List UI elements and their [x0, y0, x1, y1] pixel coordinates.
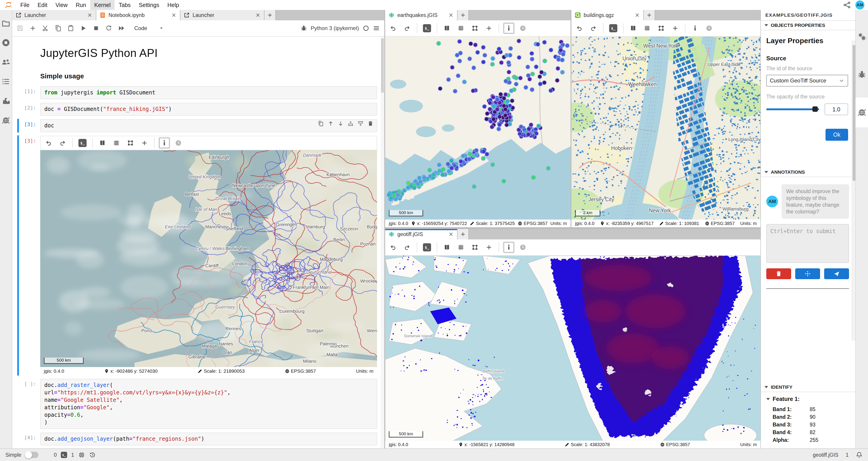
sidebar-scrollbar[interactable] [852, 41, 855, 340]
grid-button[interactable] [456, 23, 466, 33]
grid-button[interactable] [111, 138, 122, 148]
add-layer-button[interactable] [484, 242, 494, 253]
bell-icon[interactable] [856, 452, 863, 458]
close-tab-icon[interactable] [634, 12, 640, 18]
basemap-button[interactable] [442, 242, 452, 253]
code-editor[interactable]: doc.add_geojson_layer(path="france_regio… [40, 432, 377, 446]
sidebar-tab-property-inspector[interactable] [856, 22, 868, 52]
collaboration-icon[interactable] [2, 58, 10, 66]
cell-type-dropdown[interactable]: Code [134, 25, 164, 31]
interrupt-kernel-button[interactable] [93, 25, 99, 32]
redo-button[interactable] [402, 242, 412, 253]
user-avatar[interactable]: AM [855, 0, 864, 9]
notebook-cell[interactable]: JupyterGIS Python API [12, 39, 384, 66]
menu-file[interactable]: File [16, 0, 33, 10]
geotiff-map[interactable]: 500 km Somerset IslandBaffin IslandÎle d… [385, 256, 761, 441]
basemap-button[interactable] [442, 23, 452, 33]
tab-geotiff-jgis[interactable]: geotiff.jGIS [385, 229, 458, 239]
tab-launcher[interactable]: Launcher [12, 10, 96, 20]
slider-handle[interactable] [812, 106, 818, 112]
code-editor[interactable]: doc = GISDocument("france_hiking.jGIS") [40, 103, 377, 116]
close-tab-icon[interactable] [448, 12, 454, 18]
sidebar-tab-debugger[interactable] [856, 60, 868, 90]
copy-cell-button[interactable] [55, 25, 61, 32]
toolbar-menu-icon[interactable] [373, 25, 380, 32]
running-kernels-icon[interactable] [2, 38, 10, 47]
feature-heading[interactable]: Feature 1: [766, 396, 850, 402]
select-button[interactable] [470, 242, 480, 253]
cut-cell-button[interactable] [42, 25, 49, 32]
select-button[interactable] [125, 138, 135, 148]
sidebar-tab-jupytergis[interactable] [856, 98, 868, 127]
notebook-cell[interactable]: [2]:doc = GISDocument("france_hiking.jGI… [12, 101, 384, 118]
earthquakes-map[interactable]: 500 km [385, 37, 570, 220]
delete-annotation-button[interactable] [766, 268, 791, 279]
identify-button[interactable] [504, 23, 514, 33]
new-tab-button[interactable] [458, 229, 469, 239]
jupytergis-panel-icon[interactable] [2, 116, 10, 125]
notebook-cell[interactable]: [4]:doc.add_geojson_layer(path="france_r… [12, 431, 384, 447]
duplicate-cell-button[interactable] [318, 121, 324, 127]
close-tab-icon[interactable] [255, 12, 261, 18]
insert-cell-above-button[interactable] [348, 121, 353, 127]
add-layer-button[interactable] [139, 138, 150, 148]
menu-kernel[interactable]: Kernel [90, 0, 115, 10]
menu-tabs[interactable]: Tabs [115, 0, 135, 10]
basemap-button[interactable] [97, 138, 107, 148]
annotation-input[interactable] [766, 224, 849, 263]
menu-settings[interactable]: Settings [135, 0, 163, 10]
buildings-map[interactable]: 2 km West New YorkUnion CityUpper East S… [571, 37, 761, 220]
ok-button[interactable]: Ok [826, 129, 848, 141]
notebook-cell[interactable]: [3]:$_500 kmEdinburghUnited KingdomNewca… [12, 134, 384, 377]
console-button[interactable]: $_ [608, 23, 618, 33]
debugger-button[interactable] [301, 25, 307, 32]
redo-button[interactable] [588, 23, 598, 33]
run-cell-button[interactable] [80, 25, 87, 32]
tab-launcher[interactable]: Launcher [180, 10, 265, 20]
terminal-icon[interactable]: $_ [61, 452, 67, 458]
move-cell-up-button[interactable] [328, 121, 334, 127]
save-button[interactable] [17, 25, 24, 32]
delete-cell-button[interactable] [368, 121, 373, 127]
annotations-header[interactable]: ANNOTATIONS [761, 168, 855, 177]
add-layer-button[interactable] [670, 23, 680, 33]
close-tab-icon[interactable] [448, 231, 454, 237]
temporal-controller-button[interactable] [704, 23, 714, 33]
redo-button[interactable] [57, 138, 68, 148]
file-browser-icon[interactable] [2, 19, 10, 28]
temporal-controller-button[interactable] [518, 23, 528, 33]
temporal-controller-button[interactable] [173, 138, 184, 148]
tab-earthquakes-jgis[interactable]: earthquakes.jGIS [385, 10, 458, 20]
select-button[interactable] [470, 23, 480, 33]
identify-button[interactable] [159, 138, 169, 148]
code-editor[interactable]: from jupytergis import GISDocument [40, 86, 377, 99]
notebook-cell[interactable]: [ ]:doc.add_raster_layer( url="https://m… [12, 377, 384, 431]
grid-button[interactable] [456, 242, 466, 253]
undo-button[interactable] [43, 138, 54, 148]
identify-button[interactable] [504, 242, 514, 253]
opacity-input[interactable]: 1.0 [825, 103, 848, 115]
menu-edit[interactable]: Edit [33, 0, 51, 10]
select-button[interactable] [656, 23, 666, 33]
extensions-icon[interactable] [2, 97, 10, 105]
identify-header[interactable]: IDENTIFY [761, 383, 855, 392]
undo-button[interactable] [388, 23, 398, 33]
undo-button[interactable] [388, 242, 398, 253]
simple-mode-toggle[interactable] [25, 452, 38, 458]
temporal-controller-button[interactable] [518, 242, 528, 253]
move-cell-down-button[interactable] [338, 121, 344, 127]
source-select[interactable]: Custom GeoTiff Source [766, 75, 848, 87]
notebook-cell[interactable]: [4]:'d1b1b17e-9f69-4b0f-b5b6-3b5aeb0c0df… [12, 447, 384, 448]
history-icon[interactable] [89, 452, 96, 458]
add-cell-button[interactable] [29, 25, 36, 32]
console-button[interactable]: $_ [77, 138, 88, 148]
restart-kernel-button[interactable] [105, 25, 112, 32]
center-annotation-button[interactable] [795, 268, 820, 279]
menu-run[interactable]: Run [72, 0, 90, 10]
console-button[interactable]: $_ [422, 242, 432, 253]
kernel-name[interactable]: Python 3 (ipykernel) [311, 25, 359, 31]
france-map[interactable]: 500 kmEdinburghUnited KingdomNewcastle u… [40, 150, 377, 367]
code-editor[interactable]: doc.add_raster_layer( url="https://mt1.g… [40, 379, 377, 429]
submit-annotation-button[interactable] [824, 268, 849, 279]
table-of-contents-icon[interactable] [2, 77, 10, 86]
